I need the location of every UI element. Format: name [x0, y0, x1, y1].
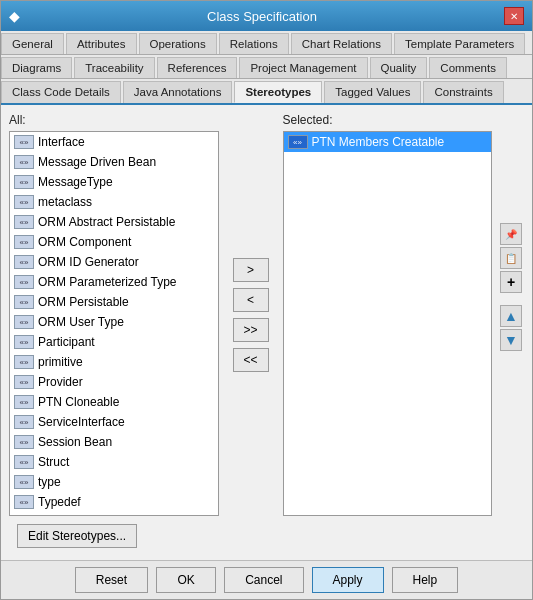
- middle-buttons: > < >> <<: [227, 113, 275, 516]
- list-item[interactable]: «»Message Driven Bean: [10, 152, 218, 172]
- tab-operations[interactable]: Operations: [139, 33, 217, 54]
- tab-constraints[interactable]: Constraints: [423, 81, 503, 103]
- stereotype-icon: «»: [14, 335, 34, 349]
- up-button[interactable]: ▲: [500, 305, 522, 327]
- content-area: 📌 📋 + ▲ ▼ All: «»Interface«»Message Driv…: [1, 105, 532, 560]
- move-all-right-button[interactable]: >>: [233, 318, 269, 342]
- tab-template-parameters[interactable]: Template Parameters: [394, 33, 525, 54]
- reset-button[interactable]: Reset: [75, 567, 148, 593]
- left-panel: All: «»Interface«»Message Driven Bean«»M…: [9, 113, 219, 516]
- tab-relations[interactable]: Relations: [219, 33, 289, 54]
- all-label: All:: [9, 113, 219, 127]
- stereotype-icon: «»: [14, 415, 34, 429]
- tab-class-code-details[interactable]: Class Code Details: [1, 81, 121, 103]
- right-panel: Selected: «»PTN Members Creatable: [283, 113, 493, 516]
- item-label: ORM Persistable: [38, 295, 129, 309]
- stereotype-icon: «»: [14, 315, 34, 329]
- stereotype-icon: «»: [14, 455, 34, 469]
- tab-tagged-values[interactable]: Tagged Values: [324, 81, 421, 103]
- stereotype-icon: «»: [14, 135, 34, 149]
- stereotype-icon: «»: [14, 435, 34, 449]
- item-label: ORM User Type: [38, 315, 124, 329]
- tab-general[interactable]: General: [1, 33, 64, 54]
- copy-button[interactable]: 📋: [500, 247, 522, 269]
- stereotype-icon: «»: [14, 155, 34, 169]
- list-item[interactable]: «»ORM Component: [10, 232, 218, 252]
- item-label: Typedef: [38, 495, 81, 509]
- stereotype-icon: «»: [14, 395, 34, 409]
- list-item[interactable]: «»ORM User Type: [10, 312, 218, 332]
- move-right-button[interactable]: >: [233, 258, 269, 282]
- close-button[interactable]: ✕: [504, 7, 524, 25]
- list-item[interactable]: «»Interface: [10, 132, 218, 152]
- add-button[interactable]: +: [500, 271, 522, 293]
- all-list[interactable]: «»Interface«»Message Driven Bean«»Messag…: [9, 131, 219, 516]
- item-label: PTN Members Creatable: [312, 135, 445, 149]
- item-label: Session Bean: [38, 435, 112, 449]
- help-button[interactable]: Help: [392, 567, 459, 593]
- list-item[interactable]: «»Struct: [10, 452, 218, 472]
- item-label: primitive: [38, 355, 83, 369]
- move-left-button[interactable]: <: [233, 288, 269, 312]
- item-label: MessageType: [38, 175, 113, 189]
- tab-chart-relations[interactable]: Chart Relations: [291, 33, 392, 54]
- tab-comments[interactable]: Comments: [429, 57, 507, 78]
- tab-attributes[interactable]: Attributes: [66, 33, 137, 54]
- list-item[interactable]: «»Typedef: [10, 492, 218, 512]
- list-item[interactable]: «»Provider: [10, 372, 218, 392]
- tab-diagrams[interactable]: Diagrams: [1, 57, 72, 78]
- tabs-row-3: Class Code Details Java Annotations Ster…: [1, 79, 532, 105]
- item-label: type: [38, 475, 61, 489]
- stereotype-icon: «»: [14, 235, 34, 249]
- list-item[interactable]: «»ORM Abstract Persistable: [10, 212, 218, 232]
- list-item[interactable]: «»ORM Persistable: [10, 292, 218, 312]
- list-item[interactable]: «»primitive: [10, 352, 218, 372]
- tab-references[interactable]: References: [157, 57, 238, 78]
- tab-stereotypes[interactable]: Stereotypes: [234, 81, 322, 103]
- tab-project-management[interactable]: Project Management: [239, 57, 367, 78]
- ok-button[interactable]: OK: [156, 567, 216, 593]
- title-bar: ◆ Class Specification ✕: [1, 1, 532, 31]
- stereotype-icon: «»: [14, 195, 34, 209]
- panels-container: All: «»Interface«»Message Driven Bean«»M…: [9, 113, 524, 516]
- edit-stereotypes-button[interactable]: Edit Stereotypes...: [17, 524, 137, 548]
- list-item[interactable]: «»ORM Parameterized Type: [10, 272, 218, 292]
- cancel-button[interactable]: Cancel: [224, 567, 303, 593]
- stereotype-icon: «»: [14, 355, 34, 369]
- item-label: PTN Cloneable: [38, 395, 119, 409]
- apply-button[interactable]: Apply: [312, 567, 384, 593]
- selected-list-item[interactable]: «»PTN Members Creatable: [284, 132, 492, 152]
- item-label: ORM Abstract Persistable: [38, 215, 175, 229]
- list-item[interactable]: «»Session Bean: [10, 432, 218, 452]
- tab-java-annotations[interactable]: Java Annotations: [123, 81, 233, 103]
- item-label: Provider: [38, 375, 83, 389]
- list-item[interactable]: «»ServiceInterface: [10, 412, 218, 432]
- down-button[interactable]: ▼: [500, 329, 522, 351]
- tabs-row-1: General Attributes Operations Relations …: [1, 31, 532, 55]
- stereotype-icon: «»: [14, 475, 34, 489]
- app-icon: ◆: [9, 8, 20, 24]
- list-item[interactable]: «»ORM ID Generator: [10, 252, 218, 272]
- selected-label: Selected:: [283, 113, 493, 127]
- stereotype-icon: «»: [14, 215, 34, 229]
- move-all-left-button[interactable]: <<: [233, 348, 269, 372]
- list-item[interactable]: «»MessageType: [10, 172, 218, 192]
- footer: Reset OK Cancel Apply Help: [1, 560, 532, 599]
- item-label: Participant: [38, 335, 95, 349]
- item-label: ServiceInterface: [38, 415, 125, 429]
- pin-button[interactable]: 📌: [500, 223, 522, 245]
- list-item[interactable]: «»PTN Cloneable: [10, 392, 218, 412]
- tab-traceability[interactable]: Traceability: [74, 57, 154, 78]
- selected-list[interactable]: «»PTN Members Creatable: [283, 131, 493, 516]
- stereotype-icon: «»: [14, 495, 34, 509]
- item-label: ORM Component: [38, 235, 131, 249]
- list-item[interactable]: «»Participant: [10, 332, 218, 352]
- list-item[interactable]: «»type: [10, 472, 218, 492]
- stereotype-icon: «»: [14, 255, 34, 269]
- window: ◆ Class Specification ✕ General Attribut…: [0, 0, 533, 600]
- right-toolbar: 📌 📋 + ▲ ▼: [500, 223, 522, 351]
- window-title: Class Specification: [20, 9, 504, 24]
- item-label: Interface: [38, 135, 85, 149]
- list-item[interactable]: «»metaclass: [10, 192, 218, 212]
- tab-quality[interactable]: Quality: [370, 57, 428, 78]
